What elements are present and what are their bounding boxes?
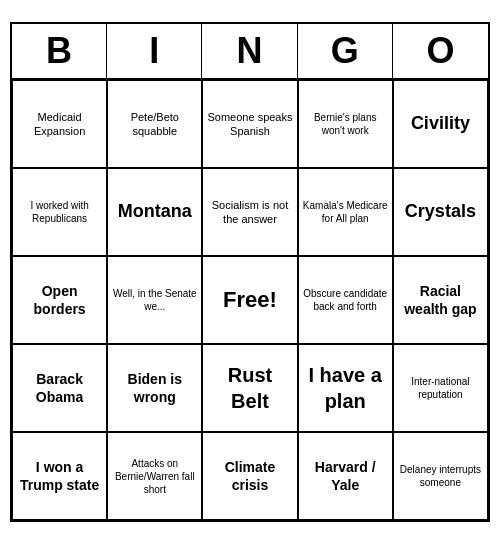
bingo-cell-11: Well, in the Senate we... [107,256,202,344]
bingo-cell-3: Bernie's plans won't work [298,80,393,168]
bingo-letter-B: B [12,24,107,78]
bingo-cell-13: Obscure candidate back and forth [298,256,393,344]
bingo-cell-21: Attacks on Bernie/Warren fall short [107,432,202,520]
bingo-letter-N: N [202,24,297,78]
bingo-cell-15: Barack Obama [12,344,107,432]
bingo-cell-6: Montana [107,168,202,256]
bingo-cell-19: Inter-national reputation [393,344,488,432]
bingo-cell-22: Climate crisis [202,432,297,520]
bingo-header: BINGO [12,24,488,80]
bingo-cell-14: Racial wealth gap [393,256,488,344]
bingo-card: BINGO Medicaid ExpansionPete/Beto squabb… [10,22,490,522]
bingo-cell-23: Harvard / Yale [298,432,393,520]
bingo-cell-5: I worked with Republicans [12,168,107,256]
bingo-cell-10: Open borders [12,256,107,344]
bingo-cell-8: Kamala's Medicare for All plan [298,168,393,256]
bingo-cell-1: Pete/Beto squabble [107,80,202,168]
bingo-cell-12: Free! [202,256,297,344]
bingo-letter-G: G [298,24,393,78]
bingo-cell-2: Someone speaks Spanish [202,80,297,168]
bingo-cell-0: Medicaid Expansion [12,80,107,168]
bingo-cell-20: I won a Trump state [12,432,107,520]
bingo-cell-24: Delaney interrupts someone [393,432,488,520]
bingo-cell-7: Socialism is not the answer [202,168,297,256]
bingo-letter-O: O [393,24,488,78]
bingo-letter-I: I [107,24,202,78]
bingo-cell-18: I have a plan [298,344,393,432]
bingo-cell-16: Biden is wrong [107,344,202,432]
bingo-cell-9: Crystals [393,168,488,256]
bingo-cell-17: Rust Belt [202,344,297,432]
bingo-grid: Medicaid ExpansionPete/Beto squabbleSome… [12,80,488,520]
bingo-cell-4: Civility [393,80,488,168]
